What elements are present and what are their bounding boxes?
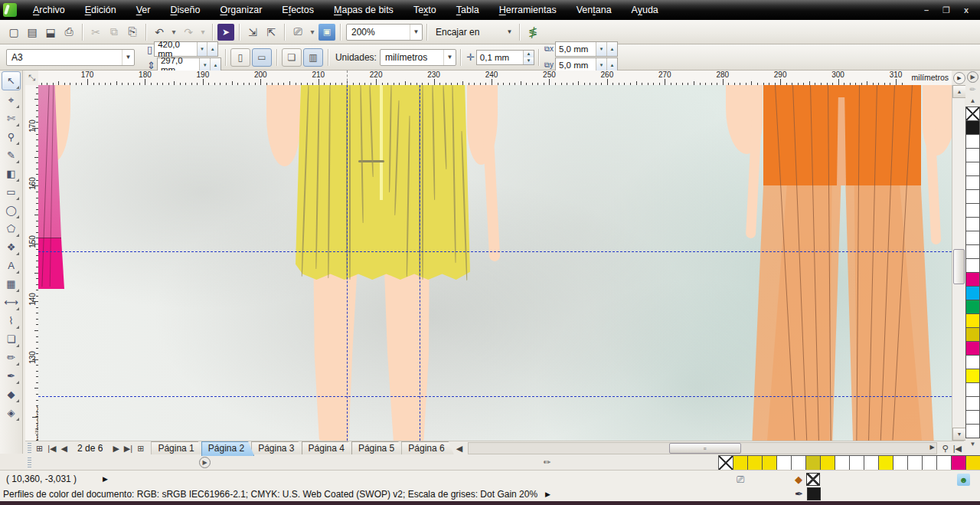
horizontal-scroll-thumb[interactable]: ≡: [669, 443, 741, 454]
palette-scroll-down-button[interactable]: ▼: [967, 438, 978, 449]
duplicate-x-field[interactable]: 5,0 mm ▼ ▲: [555, 41, 618, 57]
duplicate-x-spinner[interactable]: ▼: [596, 42, 606, 56]
snap-to-combo[interactable]: Encajar en ▼: [431, 25, 515, 40]
color-swatch[interactable]: [907, 455, 923, 471]
color-swatch[interactable]: [820, 455, 835, 471]
page-width-spinner-up[interactable]: ▲: [207, 42, 217, 56]
menu-tabla[interactable]: Tabla: [446, 2, 489, 18]
scroll-down-button[interactable]: ▼: [952, 428, 966, 441]
ellipse-tool[interactable]: ◯: [2, 202, 20, 219]
options-button[interactable]: ≸: [524, 24, 541, 41]
color-swatch[interactable]: [965, 341, 980, 356]
status-flyout-icon[interactable]: ▶: [103, 475, 108, 483]
palette-eyedropper-icon[interactable]: ✏: [541, 457, 553, 468]
zoom-level-combo[interactable]: 200% ▼: [346, 24, 423, 41]
color-swatch[interactable]: [733, 455, 748, 471]
color-swatch[interactable]: [965, 162, 980, 176]
color-swatch[interactable]: [849, 455, 864, 471]
palette-scroll-up-button[interactable]: ▲: [967, 95, 978, 106]
add-page-before-button[interactable]: ⊞: [36, 444, 43, 454]
polygon-tool[interactable]: ⬠: [2, 220, 20, 238]
color-swatch[interactable]: [965, 175, 980, 190]
vertical-scrollbar[interactable]: ▲ ▼: [952, 85, 965, 441]
tab-scroll-left-button[interactable]: ◀: [456, 444, 462, 454]
menu-organizar[interactable]: Organizar: [210, 2, 272, 18]
color-swatch[interactable]: [965, 134, 980, 149]
menu-herramientas[interactable]: Herramientas: [489, 2, 567, 18]
document-info-icon[interactable]: ⎚: [737, 474, 744, 486]
center-figure-left-hand[interactable]: [266, 85, 300, 166]
horizontal-guideline[interactable]: [38, 396, 952, 397]
duplicate-x-spinner-up[interactable]: ▲: [606, 42, 617, 56]
launcher-dropdown[interactable]: ▾: [308, 24, 317, 41]
save-button[interactable]: ⬓: [42, 24, 59, 41]
color-swatch[interactable]: [965, 369, 980, 383]
all-pages-same-size-button[interactable]: ❏: [282, 48, 302, 67]
no-color-swatch[interactable]: [718, 455, 733, 471]
portrait-button[interactable]: ▯: [230, 48, 250, 67]
minimize-button[interactable]: –: [920, 5, 933, 15]
no-color-swatch[interactable]: [965, 107, 980, 121]
redo-button[interactable]: ↷: [180, 24, 197, 41]
color-swatch[interactable]: [965, 203, 980, 218]
color-swatch[interactable]: [965, 244, 980, 259]
page-width-spinner[interactable]: ▼: [197, 42, 207, 56]
vertical-scroll-thumb[interactable]: [953, 249, 965, 284]
vertical-guideline[interactable]: [420, 85, 420, 441]
color-swatch[interactable]: [747, 455, 763, 471]
basic-shapes-tool[interactable]: ❖: [2, 238, 20, 256]
copy-button[interactable]: ⧉: [106, 24, 122, 41]
color-swatch[interactable]: [965, 120, 980, 135]
color-swatch[interactable]: [965, 286, 980, 300]
color-swatch[interactable]: [791, 455, 806, 471]
dimension-tool[interactable]: ⟷: [2, 293, 20, 311]
zoom-tool[interactable]: ⚲: [2, 128, 20, 146]
page-size-preset-combo[interactable]: A3 ▼: [6, 49, 135, 66]
color-swatch[interactable]: [965, 217, 980, 231]
color-swatch[interactable]: [965, 313, 980, 328]
color-swatch[interactable]: [965, 231, 980, 245]
import-button[interactable]: ⇲: [244, 24, 261, 41]
cut-button[interactable]: ✂: [87, 24, 104, 41]
paste-button[interactable]: ⎘: [124, 24, 141, 41]
right-figure-orange-waistband[interactable]: [763, 85, 921, 185]
next-page-button[interactable]: ▶: [113, 444, 119, 454]
color-swatch[interactable]: [965, 355, 980, 369]
undo-button[interactable]: ↶: [151, 24, 168, 41]
zoom-corner-icon[interactable]: ⚲: [942, 444, 949, 454]
restore-button[interactable]: ❐: [940, 5, 952, 15]
chevron-down-icon[interactable]: ▼: [410, 25, 422, 40]
landscape-button[interactable]: ▭: [252, 48, 272, 67]
outline-color-indicator[interactable]: [807, 487, 821, 500]
chevron-down-icon[interactable]: ▼: [122, 50, 134, 65]
color-swatch[interactable]: [965, 300, 980, 314]
drawing-canvas[interactable]: [38, 85, 952, 441]
color-swatch[interactable]: [776, 455, 792, 471]
vertical-ruler[interactable]: milímetros 170160150140130: [25, 85, 39, 441]
menu-texto[interactable]: Texto: [403, 2, 446, 18]
menu-mapas-de-bits[interactable]: Mapas de bits: [324, 2, 403, 18]
crop-tool[interactable]: ✄: [2, 110, 20, 127]
menu-archivo[interactable]: Archivo: [23, 2, 75, 18]
menu-diseño[interactable]: Diseño: [160, 2, 210, 18]
eyedropper-tool[interactable]: ✏: [2, 349, 20, 366]
shape-tool[interactable]: ⌖: [2, 91, 20, 109]
add-page-after-button[interactable]: ⊞: [137, 444, 144, 454]
color-swatch[interactable]: [965, 455, 980, 471]
status-flyout-icon[interactable]: ▶: [545, 490, 550, 498]
color-swatch[interactable]: [965, 396, 980, 411]
redo-dropdown[interactable]: ▾: [198, 24, 207, 41]
last-page-button[interactable]: ▶|: [124, 444, 132, 454]
connector-tool[interactable]: ⌇: [2, 312, 20, 330]
prev-page-button[interactable]: ◀: [61, 444, 67, 454]
color-swatch[interactable]: [965, 258, 980, 273]
first-page-button[interactable]: |◀: [47, 444, 56, 454]
color-swatch[interactable]: [965, 189, 980, 204]
horizontal-ruler[interactable]: milímetros 17018019020021022023024025026…: [38, 71, 952, 86]
palette-scroll-left-button[interactable]: |◀: [953, 444, 962, 454]
nudge-spinner[interactable]: ▲▼: [523, 51, 534, 64]
drag-grip[interactable]: [28, 443, 31, 454]
color-swatch[interactable]: [936, 455, 952, 471]
color-swatch[interactable]: [835, 455, 850, 471]
menu-ventana[interactable]: Ventana: [567, 2, 622, 18]
